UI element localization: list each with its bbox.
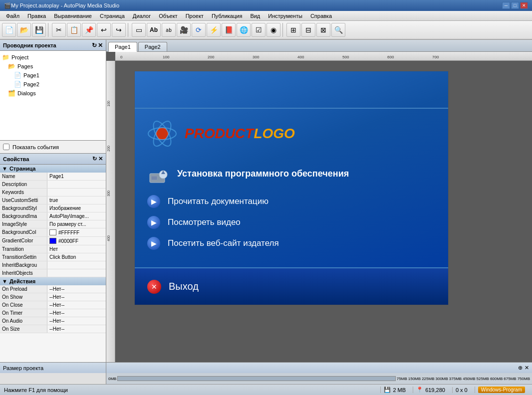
pages-label: Pages — [17, 63, 33, 69]
show-events-checkbox[interactable] — [3, 144, 9, 150]
prop-value-transition[interactable]: Нет — [47, 245, 106, 253]
flash-button[interactable]: ⚡ — [207, 23, 221, 37]
menu-edit[interactable]: Правка — [23, 12, 50, 20]
prop-value-inheritobj[interactable] — [47, 269, 106, 277]
maximize-button[interactable]: □ — [511, 2, 519, 9]
prop-name-onaudio: On Audio — [0, 317, 47, 325]
prop-value-keywords[interactable] — [47, 189, 106, 196]
close-button[interactable]: ✕ — [520, 2, 528, 9]
prop-value-onshow[interactable]: --Нет-- — [47, 293, 106, 301]
prop-name-ontimer: On Timer — [0, 309, 47, 317]
grid3-button[interactable]: ⊠ — [316, 23, 330, 37]
prop-value-imagestyle[interactable]: По размеру ст... — [47, 220, 106, 228]
gradient-swatch — [49, 238, 56, 244]
menu-publish[interactable]: Публикация — [208, 12, 246, 20]
tab-page2[interactable]: Page2 — [138, 42, 167, 51]
menu-page[interactable]: Страница — [96, 12, 129, 20]
prop-value-name[interactable]: Page1 — [47, 173, 106, 180]
prop-value-ontimer[interactable]: --Нет-- — [47, 309, 106, 317]
text-button[interactable]: Ab — [147, 23, 161, 37]
prop-value-bgcolor[interactable]: #FFFFFF — [47, 228, 106, 236]
tree-item-project[interactable]: 📁 Project — [2, 53, 104, 62]
tab-page1[interactable]: Page1 — [108, 42, 137, 52]
prop-value-onsize[interactable]: --Нет-- — [47, 325, 106, 333]
menu-help[interactable]: Справка — [306, 12, 336, 20]
minimize-button[interactable]: ─ — [502, 2, 510, 9]
nav-close-icon[interactable]: ✕ — [98, 42, 103, 49]
open-button[interactable]: 📂 — [17, 23, 31, 37]
cut-button[interactable]: ✂ — [52, 23, 66, 37]
prop-value-transitionsetting[interactable]: Click Button — [47, 253, 106, 261]
prop-value-description[interactable] — [47, 181, 106, 188]
show-events-bar: Показать события — [0, 141, 106, 154]
pdf-button[interactable]: 📕 — [222, 23, 236, 37]
canvas[interactable]: PRODUCTLOGO Устано — [134, 71, 449, 305]
undo-button[interactable]: ↩ — [97, 23, 111, 37]
nav-refresh-icon[interactable]: ↻ — [92, 42, 97, 49]
prop-value-usecustom[interactable]: true — [47, 197, 106, 204]
ruler-mark-0: 0 — [120, 55, 122, 59]
rect-button[interactable]: ▭ — [132, 23, 146, 37]
new-button[interactable]: 📄 — [2, 23, 16, 37]
page-tabs: Page1 Page2 — [106, 40, 532, 52]
label-button[interactable]: ab — [162, 23, 176, 37]
prop-row-ontimer: On Timer --Нет-- — [0, 309, 106, 317]
show-events-label: Показать события — [12, 144, 59, 150]
menu-website[interactable]: ▶ Посетить веб-сайт издателя — [147, 233, 436, 254]
prop-value-onpreload[interactable]: --Нет-- — [47, 285, 106, 293]
save-button[interactable]: 💾 — [32, 23, 46, 37]
menu-file[interactable]: Файл — [2, 12, 23, 20]
checkbox-button[interactable]: ☑ — [252, 23, 266, 37]
prog-0: 0MB — [108, 377, 116, 381]
menu-install[interactable]: Установка программного обеспечения — [135, 159, 448, 189]
exit-icon: ✕ — [147, 280, 161, 294]
radio-button[interactable]: ◉ — [266, 23, 280, 37]
page1-label: Page1 — [23, 72, 39, 78]
prop-close-icon[interactable]: ✕ — [98, 156, 103, 162]
menu-tools[interactable]: Инструменты — [264, 12, 306, 20]
prop-value-bgstyle[interactable]: Изображение — [47, 204, 106, 212]
bgcolor-swatch — [49, 229, 56, 235]
prop-value-bgimage[interactable]: AutoPlay\Image... — [47, 212, 106, 220]
paste-button[interactable]: 📌 — [82, 23, 96, 37]
ruler-mark-200: 200 — [208, 55, 214, 59]
copy-button[interactable]: 📋 — [67, 23, 81, 37]
menu-dialog[interactable]: Диалог — [129, 12, 155, 20]
prop-value-inheritbg[interactable] — [47, 261, 106, 269]
tree-item-dialogs[interactable]: 🗂️ Dialogs — [2, 89, 104, 98]
right-area: Page1 Page2 0 100 200 300 400 500 600 70… — [106, 40, 532, 362]
grid-button[interactable]: ⊞ — [286, 23, 300, 37]
tree-item-pages[interactable]: 📂 Pages — [2, 62, 104, 71]
menu-align[interactable]: Выравнивание — [50, 12, 96, 20]
menu-object[interactable]: Объект — [155, 12, 181, 20]
tree-item-page1[interactable]: 📄 Page1 — [2, 71, 104, 80]
zoom-button[interactable]: 🔍 — [331, 23, 345, 37]
prop-value-onaudio[interactable]: --Нет-- — [47, 317, 106, 325]
menu-view[interactable]: Вид — [246, 12, 264, 20]
size-close-icon[interactable]: ✕ — [525, 365, 529, 371]
progress-bar-row: 0MB 75MB 150MB 225MB 300MB 375MB 450MB 5… — [0, 373, 532, 384]
prop-value-gradient[interactable]: #0000FF — [47, 237, 106, 245]
size-value: 0 x 0 — [456, 387, 468, 393]
page-top-bar — [135, 71, 448, 109]
main-layout: Проводник проекта ↻ ✕ 📁 Project 📂 Pages … — [0, 40, 532, 362]
toolbar: 📄 📂 💾 ✂ 📋 📌 ↩ ↪ ▭ Ab ab 🎥 ⟳ ⚡ 📕 🌐 ☑ ◉ ⊞ … — [0, 21, 532, 40]
redo-button[interactable]: ↪ — [112, 23, 126, 37]
title-icon: 🎬 — [4, 2, 11, 9]
menu-install-text: Установка программного обеспечения — [177, 169, 349, 179]
prog-75: 75MB — [397, 377, 407, 381]
refresh-button[interactable]: ⟳ — [192, 23, 206, 37]
titlebar: 🎬 My Project.autoplay - AutoPlay Media S… — [0, 0, 532, 11]
web-button[interactable]: 🌐 — [237, 23, 251, 37]
tree-item-page2[interactable]: 📄 Page2 — [2, 80, 104, 89]
video-button[interactable]: 🎥 — [177, 23, 191, 37]
menu-docs[interactable]: ▶ Прочитать документацию — [147, 191, 436, 212]
grid2-button[interactable]: ⊟ — [301, 23, 315, 37]
menu-project[interactable]: Проект — [182, 12, 208, 20]
size-expand-icon[interactable]: ⊕ — [518, 365, 523, 371]
prop-refresh-icon[interactable]: ↻ — [92, 156, 97, 162]
section-actions-arrow: ▼ — [2, 278, 7, 284]
menu-video[interactable]: ▶ Посмотреть видео — [147, 212, 436, 233]
menu-docs-text: Прочитать документацию — [168, 197, 268, 206]
prop-value-onclose[interactable]: --Нет-- — [47, 301, 106, 309]
